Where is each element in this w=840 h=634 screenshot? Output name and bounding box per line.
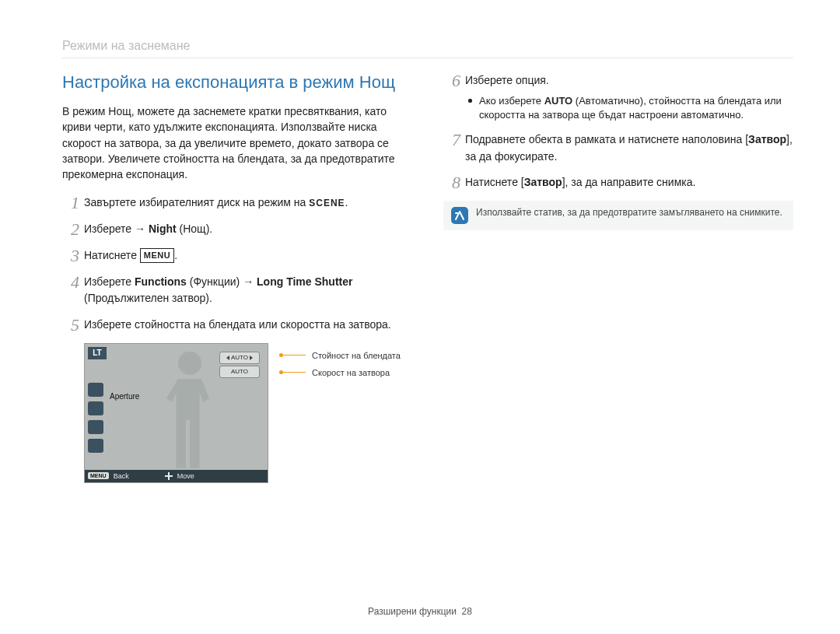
- callout-text: Скорост на затвора: [312, 368, 390, 377]
- step-text: Подравнете обекта в рамката и натиснете …: [465, 133, 748, 145]
- intro-paragraph: В режим Нощ, можете да заснемете кратки …: [62, 103, 412, 182]
- move-icon: [165, 472, 173, 480]
- right-column: 6 Изберете опция. Ако изберете AUTO (Авт…: [443, 72, 793, 483]
- silhouette-icon: [155, 352, 225, 468]
- page-title: Настройка на експонацията в режим Нощ: [62, 72, 412, 93]
- step-text: .: [174, 249, 177, 261]
- step-number: 7: [443, 127, 460, 153]
- chevron-left-icon: [226, 356, 229, 360]
- step-8: 8 Натиснете [Затвор], за да направите сн…: [443, 174, 793, 191]
- step-5: 5 Изберете стойността на блендата или ск…: [62, 317, 412, 334]
- footer: Разширени функции 28: [0, 606, 840, 617]
- move-label: Move: [177, 472, 194, 480]
- lcd-bottom-bar: MENU Back Move: [85, 470, 268, 482]
- step-text: (Нощ).: [177, 222, 213, 235]
- step-number: 8: [443, 170, 460, 196]
- callout-text: Стойност на блендата: [312, 351, 401, 360]
- step-number: 3: [62, 243, 79, 269]
- pill-label: AUTO: [231, 368, 248, 375]
- back-label: Back: [114, 472, 129, 480]
- note-box: Използвайте статив, за да предотвратите …: [443, 201, 793, 230]
- step-number: 2: [62, 216, 79, 243]
- lcd-icon: [88, 401, 103, 415]
- step-7: 7 Подравнете обекта в рамката и натиснет…: [443, 131, 793, 165]
- step-bold: Затвор: [748, 133, 786, 145]
- step-number: 6: [443, 68, 460, 94]
- bullet-bold: AUTO: [544, 95, 573, 107]
- step-text: Изберете: [84, 275, 135, 288]
- lcd-icon: [88, 439, 103, 453]
- step-text: (Функции) →: [187, 275, 257, 288]
- callout-shutter: Скорост на затвора: [282, 368, 401, 377]
- chevron-right-icon: [250, 356, 253, 360]
- left-column: Настройка на експонацията в режим Нощ В …: [62, 72, 412, 483]
- lcd-icon: [88, 383, 103, 397]
- step-number: 4: [62, 269, 79, 296]
- step-3: 3 Натиснете MENU.: [62, 247, 412, 264]
- step-text: Натиснете: [84, 249, 140, 261]
- footer-label: Разширени функции: [368, 606, 457, 617]
- step-bold: Functions: [135, 275, 187, 288]
- callout-line: [282, 355, 306, 356]
- step-bullet: Ако изберете AUTO (Автоматично), стойнос…: [465, 94, 793, 122]
- step-number: 5: [62, 312, 79, 338]
- step-6: 6 Изберете опция. Ако изберете AUTO (Авт…: [443, 72, 793, 122]
- bullet-text: Ако изберете: [479, 95, 544, 107]
- shutter-pill: AUTO: [219, 366, 260, 378]
- step-2: 2 Изберете → Night (Нощ).: [62, 221, 412, 238]
- step-bold: Затвор: [524, 176, 562, 188]
- callout-line: [282, 372, 306, 373]
- footer-page: 28: [462, 606, 472, 617]
- aperture-label: Aperture: [110, 392, 139, 401]
- step-text: Изберете опция.: [465, 74, 549, 86]
- pill-label: AUTO: [231, 354, 248, 361]
- note-text: Използвайте статив, за да предотвратите …: [476, 207, 782, 224]
- step-number: 1: [62, 190, 79, 216]
- step-bold: Night: [149, 222, 177, 235]
- scene-label: SCENE: [309, 198, 345, 208]
- step-4: 4 Изберете Functions (Функции) → Long Ti…: [62, 274, 412, 307]
- step-text: .: [345, 196, 348, 208]
- step-bold: Long Time Shutter: [257, 275, 352, 288]
- step-text: ], за да направите снимка.: [562, 176, 696, 188]
- lcd-icon-column: [88, 383, 103, 453]
- step-text: (Продължителен затвор).: [84, 292, 212, 304]
- menu-box-icon: MENU: [140, 248, 174, 263]
- step-text: Завъртете избирателният диск на режим на: [84, 196, 309, 208]
- step-text: Натиснете [: [465, 176, 524, 188]
- menu-icon: MENU: [88, 472, 109, 479]
- aperture-pill: AUTO: [219, 352, 260, 364]
- lcd-icon: [88, 420, 103, 434]
- camera-lcd: LT AUTO AUTO: [84, 343, 268, 483]
- callout-aperture: Стойност на блендата: [282, 351, 401, 360]
- section-header: Режими на заснемане: [62, 39, 793, 53]
- step-1: 1 Завъртете избирателният диск на режим …: [62, 194, 412, 212]
- step-text: Изберете стойността на блендата или скор…: [84, 318, 391, 331]
- divider: [62, 58, 793, 58]
- info-icon: [451, 207, 468, 224]
- step-text: Изберете →: [84, 222, 149, 235]
- lt-badge: LT: [88, 347, 107, 359]
